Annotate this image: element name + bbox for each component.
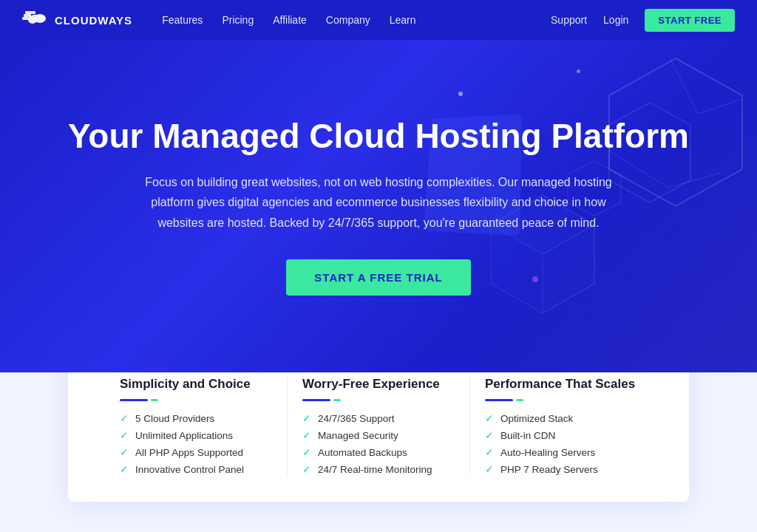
check-icon: ✓ [485, 464, 493, 475]
check-icon: ✓ [120, 447, 128, 458]
nav-login[interactable]: Login [603, 14, 628, 26]
list-item: ✓Built-in CDN [485, 430, 637, 441]
list-item: ✓5 Cloud Providers [120, 413, 272, 424]
feature-divider-3 [485, 399, 637, 401]
nav-affiliate[interactable]: Affiliate [273, 14, 307, 26]
svg-rect-0 [22, 17, 28, 20]
feature-col-1: Simplicity and Choice ✓5 Cloud Providers… [105, 377, 288, 475]
nav-learn[interactable]: Learn [390, 14, 416, 26]
check-icon: ✓ [302, 464, 310, 475]
divider-blue-2 [302, 399, 330, 401]
start-trial-button[interactable]: START A FREE TRIAL [286, 259, 470, 296]
list-item: ✓Managed Security [302, 430, 455, 441]
check-icon: ✓ [120, 430, 128, 441]
feature-list-1: ✓5 Cloud Providers ✓Unlimited Applicatio… [120, 413, 272, 475]
check-icon: ✓ [302, 447, 310, 458]
svg-line-14 [668, 173, 720, 188]
cloudways-logo-icon [22, 11, 49, 29]
divider-blue-1 [120, 399, 148, 401]
feature-divider-1 [120, 399, 272, 401]
list-item: ✓Auto-Healing Servers [485, 447, 637, 458]
svg-line-11 [668, 55, 698, 114]
navbar: CLOUDWAYS Features Pricing Affiliate Com… [0, 0, 757, 40]
features-card: Simplicity and Choice ✓5 Cloud Providers… [68, 350, 689, 502]
check-icon: ✓ [485, 430, 493, 441]
svg-marker-10 [543, 225, 594, 313]
feature-col-2: Worry-Free Experience ✓24/7/365 Support … [288, 377, 470, 475]
list-item: ✓Optimized Stack [485, 413, 637, 424]
list-item: ✓PHP 7 Ready Servers [485, 464, 637, 475]
check-icon: ✓ [120, 464, 128, 475]
hero-section: Your Managed Cloud Hosting Platform Focu… [0, 40, 757, 372]
feature-list-2: ✓24/7/365 Support ✓Managed Security ✓Aut… [302, 413, 455, 475]
feature-list-3: ✓Optimized Stack ✓Built-in CDN ✓Auto-Hea… [485, 413, 637, 475]
list-item: ✓Unlimited Applications [120, 430, 272, 441]
svg-line-12 [698, 99, 742, 114]
feature-title-2: Worry-Free Experience [302, 377, 455, 392]
start-free-button[interactable]: START FREE [645, 9, 735, 32]
list-item: ✓Automated Backups [302, 447, 455, 458]
check-icon: ✓ [485, 447, 493, 458]
nav-right: Support Login START FREE [551, 9, 735, 32]
nav-company[interactable]: Company [326, 14, 370, 26]
divider-green-3 [516, 399, 523, 401]
svg-point-4 [28, 16, 37, 24]
list-item: ✓24/7 Real-time Monitoring [302, 464, 455, 475]
nav-support[interactable]: Support [551, 14, 587, 26]
nav-links: Features Pricing Affiliate Company Learn [162, 13, 551, 27]
hero-heading: Your Managed Cloud Hosting Platform [68, 117, 689, 156]
divider-blue-3 [485, 399, 513, 401]
feature-title-3: Performance That Scales [485, 377, 637, 392]
check-icon: ✓ [120, 413, 128, 424]
brand-name: CLOUDWAYS [55, 14, 132, 27]
check-icon: ✓ [302, 430, 310, 441]
svg-rect-2 [25, 11, 35, 14]
list-item: ✓All PHP Apps Supported [120, 447, 272, 458]
feature-title-1: Simplicity and Choice [120, 377, 272, 392]
check-icon: ✓ [302, 413, 310, 424]
logo[interactable]: CLOUDWAYS [22, 11, 132, 29]
hero-subtext: Focus on building great websites, not on… [127, 172, 630, 233]
list-item: ✓24/7/365 Support [302, 413, 455, 424]
nav-features[interactable]: Features [162, 14, 203, 26]
list-item: ✓Innovative Control Panel [120, 464, 272, 475]
divider-green-1 [151, 399, 158, 401]
check-icon: ✓ [485, 413, 493, 424]
nav-pricing[interactable]: Pricing [222, 14, 254, 26]
feature-col-3: Performance That Scales ✓Optimized Stack… [470, 377, 652, 475]
features-section: Simplicity and Choice ✓5 Cloud Providers… [0, 372, 757, 532]
divider-green-2 [333, 399, 341, 401]
feature-divider-2 [302, 399, 455, 401]
